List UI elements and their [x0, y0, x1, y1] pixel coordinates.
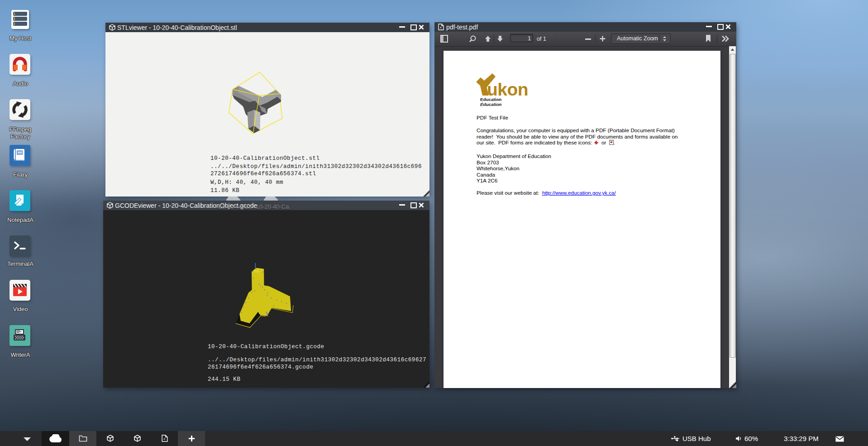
- svg-text:ukon: ukon: [487, 80, 528, 96]
